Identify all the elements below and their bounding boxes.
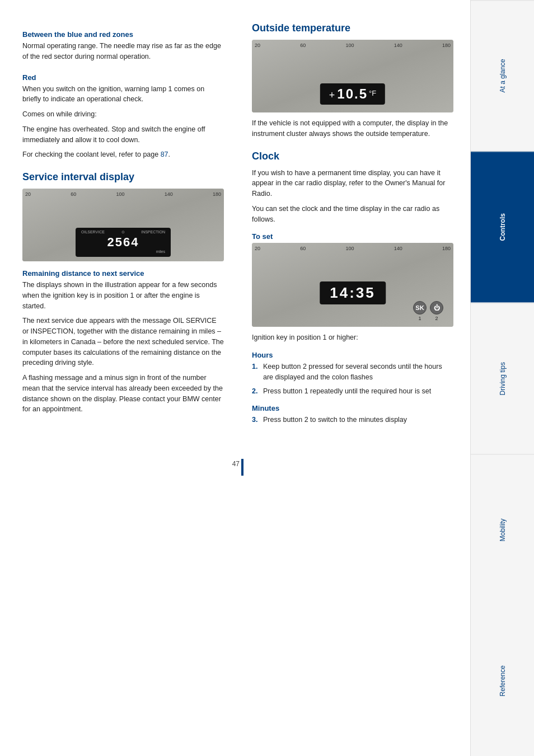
btn1-label: 1 xyxy=(418,316,421,321)
gauge-numbers: 20 60 100 140 180 xyxy=(25,191,221,197)
hours-title: Hours xyxy=(252,351,453,359)
temp-gauge-numbers: 20 60 100 140 180 xyxy=(255,43,451,48)
clock-button-power[interactable]: ⏻ xyxy=(430,301,443,314)
step2-text: Press button 1 repeatedly until the requ… xyxy=(263,386,431,397)
red-body1: When you switch on the ignition, warning… xyxy=(22,84,224,105)
temp-sign: + xyxy=(329,90,335,101)
btn2-col: ⏻ 2 xyxy=(430,301,443,321)
clock-inner-display: 14:35 xyxy=(320,281,386,304)
step1-num: 1. xyxy=(252,361,260,383)
coolant-link[interactable]: 87 xyxy=(161,151,168,158)
step3-text: Press button 2 to switch to the minutes … xyxy=(263,415,407,425)
hours-steps: 1. Keep button 2 pressed for several sec… xyxy=(252,361,453,396)
step3-item: 3. Press button 2 to switch to the minut… xyxy=(252,415,453,425)
tab-reference[interactable]: Reference xyxy=(471,605,534,756)
clock-image: 20 60 100 140 180 14:35 SK 1 xyxy=(252,243,453,327)
clock-gauge-numbers: 20 60 100 140 180 xyxy=(255,246,451,251)
clock-buttons-row: SK 1 ⏻ 2 xyxy=(413,301,443,321)
right-sidebar: At a glance Controls Driving tips Mobili… xyxy=(470,0,534,756)
service-interval-image: 20 60 100 140 180 OILSERVICE ⊙ INSPECTIO… xyxy=(22,189,224,261)
red-body3: The engine has overheated. Stop and swit… xyxy=(22,124,224,145)
tab-at-a-glance[interactable]: At a glance xyxy=(471,0,534,151)
inspection-label: INSPECTION xyxy=(141,230,165,234)
to-set-title: To set xyxy=(252,232,453,241)
temp-value: 10.5 xyxy=(337,86,368,101)
temp-inner-display: +10.5°F xyxy=(320,83,385,105)
service-inner-display: OILSERVICE ⊙ INSPECTION 2564 miles xyxy=(76,228,171,257)
minutes-steps: 3. Press button 2 to switch to the minut… xyxy=(252,415,453,425)
btn2-label: 2 xyxy=(435,316,438,321)
tab-driving-tips[interactable]: Driving tips xyxy=(471,303,534,454)
step3-num: 3. xyxy=(252,415,260,425)
red-title: Red xyxy=(22,73,224,82)
between-blue-red-title: Between the blue and red zones xyxy=(22,30,224,39)
temp-unit: °F xyxy=(369,89,376,97)
page-indicator xyxy=(241,459,243,476)
ignition-note: Ignition key in position 1 or higher: xyxy=(252,332,453,343)
service-miles-label: miles xyxy=(81,250,165,253)
red-body2: Comes on while driving: xyxy=(22,109,224,120)
outside-temp-body: If the vehicle is not equipped with a co… xyxy=(252,118,453,139)
step1-item: 1. Keep button 2 pressed for several sec… xyxy=(252,361,453,383)
step2-num: 2. xyxy=(252,386,260,397)
clock-body1: If you wish to have a permanent time dis… xyxy=(252,168,453,199)
service-interval-title: Service interval display xyxy=(22,171,224,183)
oil-service-label: OILSERVICE xyxy=(81,230,105,234)
service-icon: ⊙ xyxy=(121,230,125,234)
btn1-col: SK 1 xyxy=(413,301,427,321)
tab-mobility[interactable]: Mobility xyxy=(471,454,534,605)
service-body1: The displays shown in the illustration a… xyxy=(22,280,224,311)
between-blue-red-body: Normal operating range. The needle may r… xyxy=(22,41,224,62)
outside-temp-image: 20 60 100 140 180 +10.5°F xyxy=(252,40,453,112)
service-body2: The next service due appears with the me… xyxy=(22,316,224,368)
step2-item: 2. Press button 1 repeatedly until the r… xyxy=(252,386,453,397)
service-body3: A flashing message and a minus sign in f… xyxy=(22,373,224,415)
page-number: 47 xyxy=(22,453,453,476)
clock-title: Clock xyxy=(252,151,453,162)
outside-temp-title: Outside temperature xyxy=(252,22,453,34)
minutes-title: Minutes xyxy=(252,404,453,412)
service-number: 2564 xyxy=(81,235,165,250)
step1-text: Keep button 2 pressed for several second… xyxy=(263,361,453,383)
remaining-distance-title: Remaining distance to next service xyxy=(22,269,224,278)
clock-value: 14:35 xyxy=(330,284,376,301)
tab-controls[interactable]: Controls xyxy=(471,151,534,302)
clock-button-sk[interactable]: SK xyxy=(413,301,427,314)
clock-body2: You can set the clock and the time displ… xyxy=(252,204,453,225)
red-body4: For checking the coolant level, refer to… xyxy=(22,149,224,160)
